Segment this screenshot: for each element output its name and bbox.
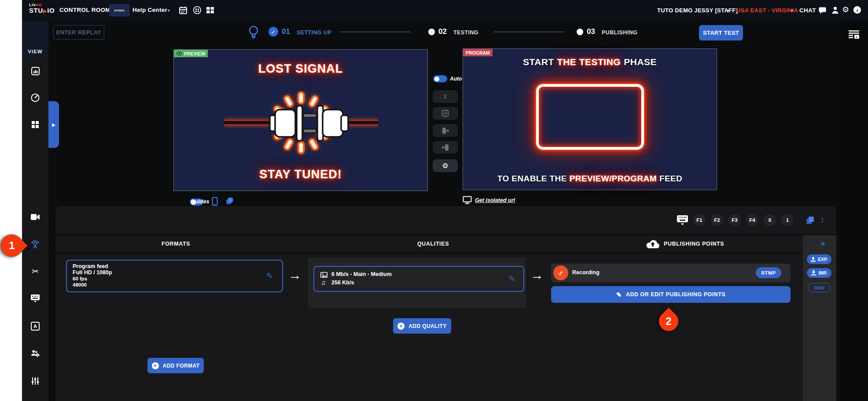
neon-frame: [536, 84, 644, 150]
copy-preview-icon[interactable]: [225, 197, 234, 205]
import-label: IMP.: [818, 270, 827, 276]
letter-a-glyph: A: [31, 322, 40, 331]
export-button[interactable]: EXP.: [807, 254, 831, 264]
expand-arrow-icon: ▶: [52, 122, 55, 127]
step3-dot-icon: [577, 29, 583, 35]
add-quality-button[interactable]: + ADD QUALITY: [393, 318, 451, 334]
format-card[interactable]: Program feed Full HD / 1080p 60 fps 4800…: [66, 260, 283, 292]
lightbulb-tip-icon[interactable]: [248, 25, 259, 40]
plus-icon: +: [397, 323, 405, 330]
qualities-header: QUALITIES: [417, 241, 449, 247]
formats-header: FORMATS: [162, 241, 190, 247]
sliders-settings-icon[interactable]: [30, 376, 40, 386]
settings-gear-icon[interactable]: ⚙: [842, 6, 849, 14]
fkey-0[interactable]: 0: [764, 214, 776, 226]
qualities-to-publishing-arrow: →: [530, 268, 544, 283]
user-menu[interactable]: TUTO DEMO JESSY [STAFF]: [657, 7, 738, 14]
plus-icon: +: [152, 362, 159, 369]
chat-bubble-icon[interactable]: [818, 6, 827, 15]
user-profile-icon[interactable]: [831, 6, 839, 15]
cut-transition-button[interactable]: ✂: [433, 90, 458, 103]
close-panel-button[interactable]: ×: [820, 239, 825, 248]
rtmp-badge: RTMP: [756, 267, 781, 278]
region-caret-icon: ▾: [791, 8, 793, 13]
auto-label: Auto: [450, 76, 462, 82]
program-title-glow: THE TESTING: [557, 57, 621, 67]
scissors-glyph: ✂: [556, 268, 566, 278]
stats-chart-icon[interactable]: [30, 66, 40, 76]
control-rooms-menu[interactable]: CONTROL ROOMS: [59, 7, 114, 13]
caption-keyboard-icon[interactable]: [30, 293, 40, 303]
info-icon[interactable]: i: [853, 6, 861, 14]
chat-menu[interactable]: CHAT: [799, 7, 816, 14]
publishing-points-header: PUBLISHING POINTS: [664, 241, 724, 247]
help-center-menu[interactable]: Help Center: [132, 7, 167, 13]
get-isolated-url-link[interactable]: Get isolated url: [475, 197, 515, 203]
import-download-icon: [811, 270, 817, 276]
publishing-point-row[interactable]: ✂ Recording RTMP: [551, 264, 791, 282]
broadcast-antenna-icon[interactable]: [30, 239, 40, 249]
start-test-button[interactable]: START TEST: [699, 25, 743, 40]
export-label: EXP.: [818, 257, 828, 262]
fkey-1[interactable]: 1: [781, 214, 794, 226]
add-or-edit-publishing-points-button[interactable]: ✎ ADD OR EDIT PUBLISHING POINTS: [551, 286, 791, 303]
dashboard-grid-icon[interactable]: [30, 120, 40, 129]
keyboard-shortcuts-icon[interactable]: [677, 215, 688, 225]
format-samplerate: 48000: [73, 282, 112, 288]
preview-badge-label: PREVIEW: [184, 51, 205, 56]
step3-label: PUBLISHING: [602, 29, 637, 36]
lost-signal-text: LOST SIGNAL: [174, 62, 427, 76]
program-badge-label: PROGRAM: [466, 50, 490, 55]
scissors-clip-icon[interactable]: ✂: [30, 266, 40, 276]
fkey-f2[interactable]: F2: [711, 214, 723, 226]
step-connector-1: [340, 31, 410, 33]
slide-in-transition-button[interactable]: [433, 124, 458, 137]
step1-number: 01: [282, 27, 290, 36]
rundown-playlist-icon[interactable]: [849, 30, 859, 40]
room-thumbnail[interactable]: STUDIO: [109, 4, 129, 16]
fkey-f1[interactable]: F1: [693, 214, 706, 226]
fkey-f4[interactable]: F4: [746, 214, 758, 226]
transition-settings-button[interactable]: ⚙: [433, 159, 458, 172]
edit-format-icon[interactable]: ✎: [266, 272, 273, 280]
calendar-icon[interactable]: [179, 6, 188, 15]
annotation-marker-2-number: 2: [661, 315, 677, 327]
add-format-button[interactable]: + ADD FORMAT: [147, 358, 204, 373]
eye-icon: [177, 52, 182, 55]
letter-a-graphics-icon[interactable]: A: [30, 321, 40, 331]
logo-play-triangle-icon: ▶: [43, 8, 48, 14]
liveu-studio-logo: LiveU STU▶IO: [29, 3, 55, 14]
preview-panel: PREVIEW LOST SIGNAL STAY TUNED!: [173, 49, 428, 191]
no-transition-button[interactable]: [433, 107, 458, 120]
fkey-f3[interactable]: F3: [728, 214, 741, 226]
preview-badge: PREVIEW: [174, 50, 208, 57]
import-button[interactable]: IMP.: [807, 268, 831, 278]
stay-tuned-text: STAY TUNED!: [174, 168, 427, 181]
users-settings-icon[interactable]: [30, 348, 40, 358]
program-title: START THE TESTING PHASE: [463, 57, 717, 67]
mobile-preview-icon[interactable]: [212, 197, 218, 206]
region-selector[interactable]: USA EAST - VIRGINIA: [736, 7, 798, 14]
slide-out-transition-button[interactable]: [433, 141, 458, 154]
sort-updown-icon[interactable]: ↕: [820, 215, 825, 225]
publishing-point-name: Recording: [572, 269, 600, 276]
edit-quality-icon[interactable]: ✎: [509, 275, 515, 283]
quality-card[interactable]: 6 Mb/s - Main - Medium ♫ 256 Kb/s ✎: [313, 266, 524, 292]
video-camera-icon[interactable]: [30, 212, 40, 222]
studio-hub-icon[interactable]: [193, 6, 202, 15]
expand-panel-tab[interactable]: ▶: [48, 101, 59, 148]
speedometer-icon[interactable]: [30, 93, 40, 103]
step3-number: 03: [587, 27, 595, 36]
raw-button[interactable]: RAW: [808, 283, 831, 292]
auto-transition-toggle[interactable]: [433, 75, 447, 82]
format-fps: 60 fps: [73, 276, 112, 282]
formats-to-qualities-arrow: →: [288, 268, 302, 283]
audio-quality-icon: ♫: [321, 279, 326, 286]
panel-divider-top: [55, 234, 836, 235]
gear-icon: ⚙: [442, 162, 448, 170]
enter-replay-button[interactable]: ENTER REPLAY: [53, 25, 104, 40]
cloud-upload-icon: [646, 239, 660, 249]
panel-divider-headers: [55, 253, 803, 254]
layout-grid-icon[interactable]: [206, 6, 215, 15]
duplicate-layout-icon[interactable]: [805, 216, 815, 225]
